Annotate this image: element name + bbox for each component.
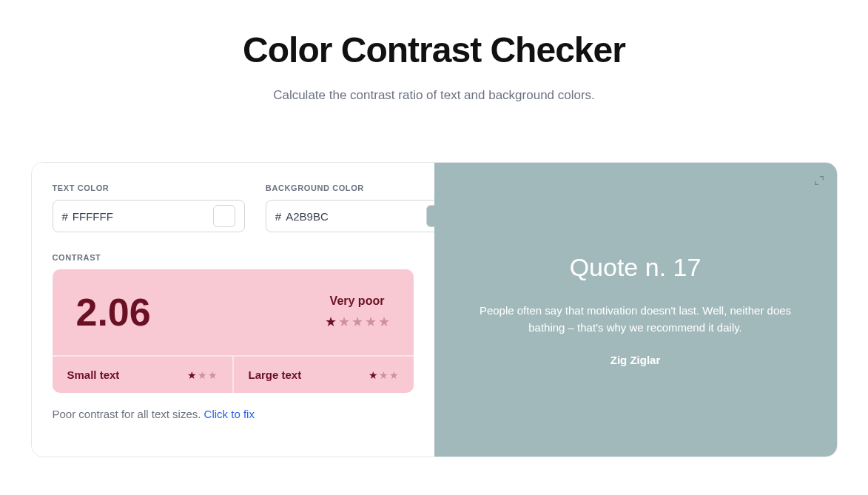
star-icon: ★ [325,314,337,330]
background-color-input[interactable] [286,210,426,223]
rating-label: Very poor [325,294,390,308]
small-text-label: Small text [67,368,120,381]
star-icon: ★ [198,369,207,381]
main-card: TEXT COLOR # BACKGROUND COLOR # [31,162,838,457]
contrast-sub: Small text ★★★ Large text ★★★ [53,355,414,393]
rating-block: Very poor ★★★★★ [325,294,390,330]
star-icon: ★ [338,314,350,330]
footer-message: Poor contrast for all text sizes. [53,408,204,420]
rating-stars: ★★★★★ [325,314,390,330]
background-color-label: BACKGROUND COLOR [266,183,458,192]
star-icon: ★ [369,369,378,381]
footer-text: Poor contrast for all text sizes. Click … [53,408,414,420]
text-color-swatch[interactable] [213,205,235,227]
large-text-label: Large text [249,368,302,381]
page-title: Color Contrast Checker [30,30,838,70]
quote-title: Quote n. 17 [570,253,702,282]
contrast-main: 2.06 Very poor ★★★★★ [53,269,414,355]
text-color-label: TEXT COLOR [53,183,245,192]
star-icon: ★ [208,369,218,381]
star-icon: ★ [351,314,363,330]
contrast-ratio: 2.06 [76,290,151,334]
star-icon: ★ [187,369,197,381]
star-icon: ★ [378,314,390,330]
quote-text: People often say that motivation doesn't… [473,303,798,336]
large-text-stars: ★★★ [369,369,399,381]
contrast-label: CONTRAST [53,253,414,262]
small-text-stars: ★★★ [187,369,218,381]
preview-panel: Quote n. 17 People often say that motiva… [434,163,837,457]
contrast-section: CONTRAST 2.06 Very poor ★★★★★ Small text… [53,253,414,393]
quote-author: Zig Ziglar [610,354,661,366]
hash-prefix: # [275,210,281,223]
text-color-input-wrapper[interactable]: # [53,200,245,232]
star-icon: ★ [389,369,399,381]
star-icon: ★ [379,369,388,381]
header: Color Contrast Checker Calculate the con… [30,30,838,103]
background-color-input-wrapper[interactable]: # [266,200,458,232]
star-icon: ★ [365,314,377,330]
hash-prefix: # [62,210,68,223]
expand-icon[interactable] [813,175,825,189]
controls-panel: TEXT COLOR # BACKGROUND COLOR # [32,163,434,457]
page-subtitle: Calculate the contrast ratio of text and… [30,88,838,103]
background-color-group: BACKGROUND COLOR # [266,183,458,232]
contrast-box: 2.06 Very poor ★★★★★ Small text ★★★ Larg… [53,269,414,393]
small-text-cell: Small text ★★★ [53,357,232,393]
large-text-cell: Large text ★★★ [232,357,414,393]
text-color-group: TEXT COLOR # [53,183,245,232]
text-color-input[interactable] [73,210,213,223]
click-to-fix-link[interactable]: Click to fix [204,408,255,420]
